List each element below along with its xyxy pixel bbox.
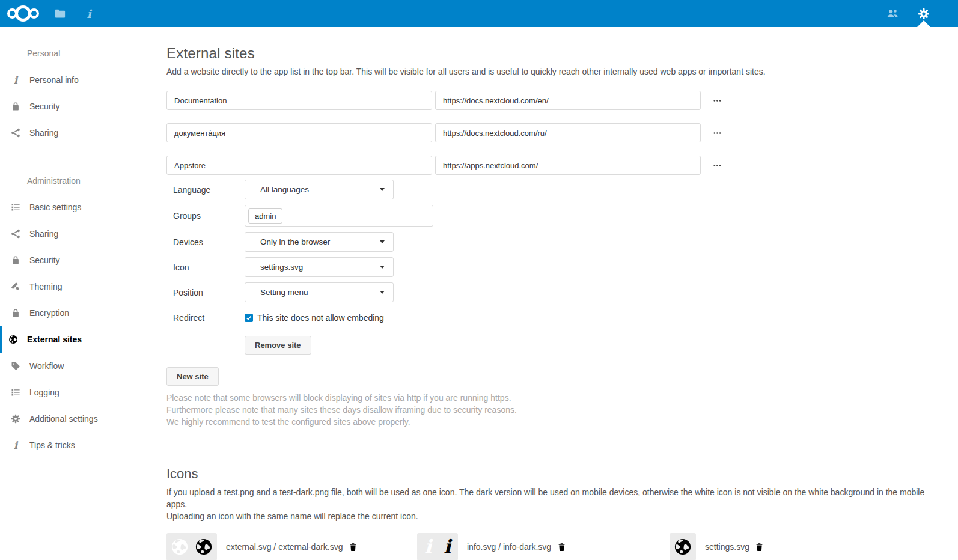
page-title: External sites	[166, 45, 934, 62]
info-icon: i	[11, 440, 20, 450]
redirect-field-row: Redirect This site does not allow embedi…	[166, 308, 934, 327]
contacts-icon[interactable]	[886, 7, 899, 20]
site-name-input[interactable]	[166, 156, 432, 175]
info-icon: i	[11, 75, 20, 85]
header-right-controls	[886, 0, 958, 27]
note-line: We highly recommend to test the configur…	[166, 416, 934, 428]
devices-label: Devices	[166, 237, 245, 247]
sidebar-item-label: Basic settings	[29, 202, 81, 212]
page-subtitle: Add a website directly to the app list i…	[166, 67, 934, 76]
more-options-icon[interactable]	[708, 156, 726, 174]
top-header-bar: i	[0, 0, 958, 27]
more-options-icon[interactable]	[708, 91, 726, 109]
position-label: Position	[166, 288, 245, 297]
position-field-row: Position Setting menu	[166, 282, 934, 302]
icon-label: Icon	[166, 263, 245, 272]
site-row	[166, 123, 934, 142]
list-icon	[11, 202, 20, 212]
sidebar-item-workflow[interactable]: Workflow	[0, 353, 150, 379]
sidebar-item-label: Theming	[29, 282, 62, 291]
sidebar-item-basic-settings[interactable]: Basic settings	[0, 194, 150, 221]
more-options-icon[interactable]	[708, 124, 726, 142]
sidebar-item-encryption[interactable]: Encryption	[0, 300, 150, 326]
site-url-input[interactable]	[435, 156, 701, 175]
devices-select[interactable]: Only in the browser	[245, 232, 394, 252]
active-app-pointer	[917, 20, 930, 27]
icon-preview-box	[166, 533, 217, 560]
icons-description-line: If you upload a test.png and a test-dark…	[166, 486, 934, 510]
redirect-checkbox-wrap[interactable]: This site does not allow embeding	[245, 313, 384, 323]
icon-entry-label: external.svg / external-dark.svg	[226, 542, 343, 552]
uploaded-icons-list: external.svg / external-dark.svg i i inf…	[166, 533, 934, 560]
sidebar-item-security-admin[interactable]: Security	[0, 247, 150, 273]
files-folder-icon[interactable]	[53, 7, 67, 20]
lock-icon	[11, 308, 20, 318]
note-line: Please note that some browsers will bloc…	[166, 392, 934, 404]
sidebar-item-label: Personal info	[29, 75, 79, 85]
devices-select-value: Only in the browser	[260, 237, 330, 246]
language-select[interactable]: All languages	[245, 180, 394, 199]
settings-sidebar: Personal i Personal info Security Sharin…	[0, 27, 150, 560]
chevron-down-icon	[380, 266, 385, 269]
settings-gear-icon[interactable]	[917, 7, 930, 20]
chevron-down-icon	[380, 291, 385, 294]
site-detail-form: Language All languages Groups admin Devi…	[166, 180, 934, 355]
icons-section: Icons If you upload a test.png and a tes…	[166, 466, 934, 560]
icon-entry-label: settings.svg	[705, 542, 749, 552]
info-light-icon: i	[421, 537, 435, 557]
logo-circle	[15, 5, 31, 22]
icon-entry-info: i i info.svg / info-dark.svg	[417, 533, 670, 560]
sidebar-item-sharing-admin[interactable]: Sharing	[0, 221, 150, 247]
language-select-value: All languages	[260, 185, 309, 194]
lock-icon	[11, 102, 20, 111]
trash-icon[interactable]	[348, 541, 359, 552]
globe-icon	[8, 335, 18, 344]
sidebar-item-external-sites[interactable]: External sites	[0, 326, 150, 353]
sidebar-item-label: Tips & tricks	[29, 440, 75, 450]
site-name-input[interactable]	[166, 123, 432, 142]
sidebar-item-theming[interactable]: Theming	[0, 273, 150, 300]
icons-section-description: If you upload a test.png and a test-dark…	[166, 486, 934, 522]
position-select[interactable]: Setting menu	[245, 282, 394, 302]
language-label: Language	[166, 185, 245, 195]
trash-icon[interactable]	[754, 541, 765, 552]
icon-select-value: settings.svg	[260, 263, 303, 272]
groups-input[interactable]: admin	[245, 205, 433, 227]
header-app-list: i	[53, 7, 96, 20]
sidebar-item-security-personal[interactable]: Security	[0, 93, 150, 120]
sidebar-item-tips-tricks[interactable]: i Tips & tricks	[0, 432, 150, 458]
info-site-icon[interactable]: i	[82, 7, 96, 20]
redirect-checkbox[interactable]	[245, 314, 253, 322]
icon-select[interactable]: settings.svg	[245, 257, 394, 277]
trash-icon[interactable]	[556, 541, 567, 552]
groups-field-row: Groups admin	[166, 205, 934, 227]
new-site-button[interactable]: New site	[166, 367, 219, 386]
site-name-input[interactable]	[166, 91, 432, 110]
sidebar-item-label: Security	[29, 102, 60, 111]
sidebar-item-logging[interactable]: Logging	[0, 379, 150, 406]
site-row	[166, 156, 934, 175]
sidebar-item-label: Workflow	[29, 361, 64, 371]
sidebar-item-sharing-personal[interactable]: Sharing	[0, 120, 150, 146]
tag-icon	[11, 361, 20, 371]
sidebar-item-additional-settings[interactable]: Additional settings	[0, 406, 150, 432]
nextcloud-logo[interactable]	[7, 5, 39, 22]
note-line: Furthermore please note that many sites …	[166, 404, 934, 416]
language-field-row: Language All languages	[166, 180, 934, 199]
icon-preview-box	[670, 533, 696, 560]
share-icon	[11, 229, 20, 239]
devices-field-row: Devices Only in the browser	[166, 232, 934, 252]
chevron-down-icon	[380, 188, 385, 191]
group-chip[interactable]: admin	[248, 208, 282, 224]
info-dark-icon: i	[441, 537, 454, 557]
remove-site-row: Remove site	[166, 335, 934, 355]
remove-site-button[interactable]: Remove site	[245, 336, 311, 355]
site-url-input[interactable]	[435, 123, 701, 142]
globe-dark-icon	[195, 538, 213, 556]
sidebar-item-personal-info[interactable]: i Personal info	[0, 67, 150, 93]
sidebar-caption-administration: Administration	[0, 168, 150, 194]
site-url-input[interactable]	[435, 91, 701, 110]
sidebar-item-label: Sharing	[29, 128, 58, 138]
site-row	[166, 91, 934, 110]
sidebar-item-label: Security	[29, 255, 60, 265]
